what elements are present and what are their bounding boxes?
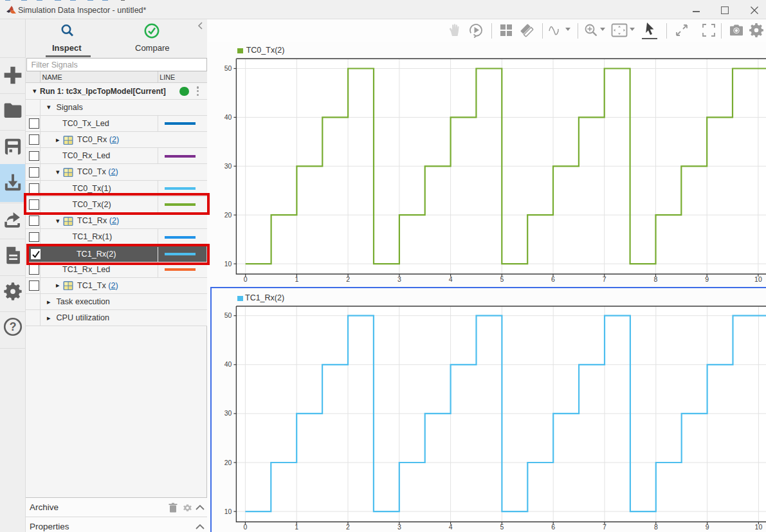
svg-text:7: 7 bbox=[603, 523, 606, 531]
svg-text:20: 20 bbox=[224, 211, 232, 219]
svg-text:1: 1 bbox=[295, 275, 298, 283]
svg-text:4: 4 bbox=[449, 523, 453, 531]
svg-text:20: 20 bbox=[224, 459, 232, 466]
svg-text:5: 5 bbox=[500, 275, 504, 283]
svg-text:3: 3 bbox=[397, 523, 401, 531]
svg-text:50: 50 bbox=[224, 311, 232, 319]
svg-text:50: 50 bbox=[224, 64, 232, 72]
svg-text:30: 30 bbox=[224, 162, 232, 170]
svg-text:30: 30 bbox=[224, 409, 232, 417]
svg-text:7: 7 bbox=[603, 275, 606, 283]
svg-text:40: 40 bbox=[224, 113, 232, 121]
svg-text:2: 2 bbox=[346, 523, 350, 531]
svg-text:9: 9 bbox=[706, 523, 709, 531]
svg-text:0: 0 bbox=[244, 275, 248, 283]
svg-text:10: 10 bbox=[224, 508, 232, 515]
svg-text:8: 8 bbox=[654, 523, 658, 531]
svg-text:?: ? bbox=[10, 320, 17, 333]
svg-text:6: 6 bbox=[551, 275, 555, 283]
svg-text:0: 0 bbox=[243, 523, 247, 531]
svg-text:10: 10 bbox=[754, 275, 762, 283]
svg-text:5: 5 bbox=[500, 523, 504, 531]
svg-text:1: 1 bbox=[295, 523, 298, 531]
svg-text:10: 10 bbox=[755, 523, 763, 531]
svg-text:40: 40 bbox=[224, 360, 232, 368]
svg-text:6: 6 bbox=[551, 523, 555, 531]
svg-text:9: 9 bbox=[705, 275, 709, 283]
svg-text:4: 4 bbox=[449, 275, 453, 283]
svg-text:10: 10 bbox=[224, 260, 232, 268]
svg-text:2: 2 bbox=[346, 275, 350, 283]
svg-text:8: 8 bbox=[654, 275, 658, 283]
svg-text:3: 3 bbox=[397, 275, 401, 283]
